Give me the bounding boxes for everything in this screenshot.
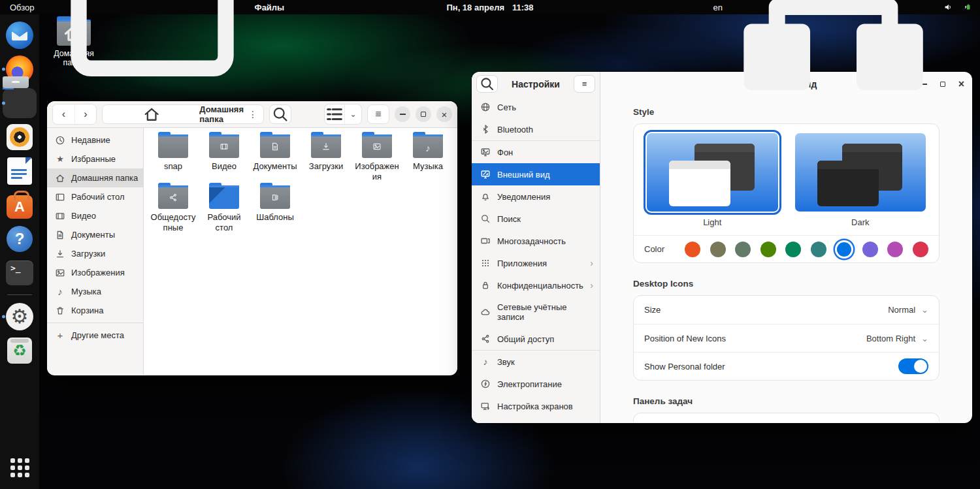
back-button[interactable]: ‹	[53, 104, 74, 124]
dock-item-rhythmbox[interactable]	[0, 122, 39, 152]
folder-videos[interactable]: Видео	[199, 134, 250, 181]
globe-icon	[480, 102, 491, 112]
folder-icon	[209, 185, 239, 209]
displays-icon	[480, 401, 491, 411]
settings-item-online-accounts[interactable]: Сетевые учётные записи	[472, 296, 600, 328]
minimize-button[interactable]	[395, 106, 410, 122]
files-headerbar[interactable]: ‹ › Домашняя папка ⋮ ⌄ ≡ ×	[47, 101, 457, 128]
chevron-down-icon: ⌄	[921, 305, 928, 315]
focused-app-menu[interactable]: Файлы	[54, 0, 285, 105]
view-options-dropdown[interactable]: ⌄	[344, 104, 361, 124]
sidebar-item-desktop[interactable]: Рабочий стол	[47, 187, 143, 206]
system-tray[interactable]: en	[713, 0, 980, 108]
settings-item-displays[interactable]: Настройка экранов	[472, 395, 600, 417]
settings-item-multitasking[interactable]: Многозадачность	[472, 230, 600, 252]
folder-music[interactable]: ♪ Музыка	[402, 134, 453, 181]
folder-icon	[260, 134, 290, 158]
search-button[interactable]	[269, 104, 291, 124]
accent-swatch-magenta[interactable]	[887, 242, 903, 257]
settings-item-bluetooth[interactable]: Bluetooth	[472, 118, 600, 140]
dock-item-libreoffice-writer[interactable]	[0, 156, 39, 186]
accent-swatch-olive[interactable]	[760, 242, 776, 257]
dock-item-ubuntu-software[interactable]: A	[0, 190, 39, 220]
folder-templates[interactable]: Шаблоны	[250, 185, 301, 232]
appearance-content: Style Light Dar	[600, 97, 972, 423]
sidebar-item-home[interactable]: Домашняя папка	[47, 168, 143, 187]
minimize-icon	[400, 114, 406, 115]
style-option-light[interactable]: Light	[647, 133, 778, 235]
files-content[interactable]: snap Видео Документы Загрузки Изображени…	[144, 128, 457, 375]
settings-item-sound[interactable]: ♪ Звук	[472, 351, 600, 373]
hamburger-menu-button[interactable]: ≡	[367, 104, 389, 124]
appearance-icon	[480, 169, 491, 180]
folder-documents[interactable]: Документы	[250, 134, 301, 181]
sidebar-item-other-places[interactable]: + Другие места	[47, 326, 143, 345]
settings-item-appearance[interactable]: Внешний вид	[472, 163, 600, 185]
accent-swatch-bark[interactable]	[710, 242, 726, 257]
search-icon	[270, 105, 291, 123]
show-personal-folder-toggle[interactable]	[898, 358, 928, 374]
dock-item-trash[interactable]: ♻	[0, 336, 39, 366]
style-option-dark[interactable]: Dark	[795, 133, 926, 235]
settings-item-sharing[interactable]: Общий доступ	[472, 328, 600, 350]
maximize-button[interactable]	[416, 106, 431, 122]
accent-swatch-viridian[interactable]	[785, 242, 801, 257]
forward-button[interactable]: ›	[74, 104, 96, 124]
video-icon	[55, 211, 65, 221]
location-menu-icon[interactable]: ⋮	[248, 109, 257, 119]
settings-sidebar-header[interactable]: Настройки ≡	[472, 72, 600, 96]
accent-swatch-red[interactable]	[913, 242, 928, 257]
settings-item-power[interactable]: Электропитание	[472, 373, 600, 395]
keyboard-layout-indicator[interactable]: en	[713, 3, 723, 12]
size-row[interactable]: Size Normal ⌄	[634, 296, 939, 324]
settings-title: Настройки	[502, 79, 570, 89]
dock-item-help[interactable]: ?	[0, 224, 39, 254]
clock[interactable]: Пн, 18 апреля 11:38	[446, 3, 533, 12]
settings-search-button[interactable]	[476, 75, 498, 93]
path-bar[interactable]: Домашняя папка ⋮	[102, 104, 264, 124]
dock-item-terminal[interactable]: >_	[0, 258, 39, 288]
accent-swatch-prussian[interactable]	[811, 242, 826, 257]
sidebar-item-documents[interactable]: Документы	[47, 225, 143, 244]
show-applications-button[interactable]	[0, 452, 39, 482]
accent-swatch-purple[interactable]	[862, 242, 878, 257]
settings-menu-button[interactable]: ≡	[574, 75, 595, 93]
settings-item-network[interactable]: Сеть	[472, 96, 600, 118]
list-view-toggle[interactable]	[325, 104, 344, 124]
dock-item-settings[interactable]: ⚙	[0, 302, 39, 332]
activities-button[interactable]: Обзор	[10, 3, 35, 12]
sidebar-item-videos[interactable]: Видео	[47, 206, 143, 225]
folder-downloads[interactable]: Загрузки	[301, 134, 351, 181]
close-icon: ×	[442, 109, 448, 120]
position-value: Bottom Right	[866, 334, 915, 343]
folder-public[interactable]: Общедоступные	[148, 185, 199, 232]
close-button[interactable]: ×	[436, 106, 452, 122]
dark-style-preview[interactable]	[795, 133, 926, 212]
bluetooth-icon	[480, 124, 491, 134]
sidebar-item-pictures[interactable]: Изображения	[47, 263, 143, 282]
sidebar-item-music[interactable]: ♪ Музыка	[47, 282, 143, 301]
settings-item-notifications[interactable]: Уведомления	[472, 185, 600, 208]
folder-snap[interactable]: snap	[148, 134, 199, 181]
folder-desktop[interactable]: Рабочий стол	[199, 185, 250, 232]
desktop-icon	[55, 192, 65, 202]
list-view-icon	[325, 104, 344, 124]
position-row[interactable]: Position of New Icons Bottom Right ⌄	[634, 324, 939, 352]
desktop-icons-card: Size Normal ⌄ Position of New Icons Bott…	[633, 295, 939, 381]
settings-item-applications[interactable]: Приложения ›	[472, 252, 600, 274]
accent-swatch-sage[interactable]	[735, 242, 751, 257]
settings-item-search[interactable]: Поиск	[472, 208, 600, 230]
light-style-preview[interactable]	[647, 133, 778, 212]
accent-swatch-orange[interactable]	[685, 242, 700, 257]
settings-item-background[interactable]: Фон	[472, 141, 600, 163]
sidebar-item-starred[interactable]: ★ Избранные	[47, 150, 143, 168]
settings-window: Настройки ≡ Сеть Bluetooth Фон Внешний в…	[472, 72, 972, 423]
folder-pictures[interactable]: Изображения	[351, 134, 402, 181]
sidebar-item-downloads[interactable]: Загрузки	[47, 244, 143, 263]
settings-item-privacy[interactable]: Конфиденциальность ›	[472, 274, 600, 296]
sidebar-item-recent[interactable]: Недавние	[47, 131, 143, 150]
sidebar-divider	[47, 323, 143, 323]
files-window: ‹ › Домашняя папка ⋮ ⌄ ≡ × Недавние	[47, 101, 457, 375]
accent-swatch-blue-selected[interactable]	[837, 242, 851, 257]
sidebar-item-trash[interactable]: Корзина	[47, 301, 143, 320]
